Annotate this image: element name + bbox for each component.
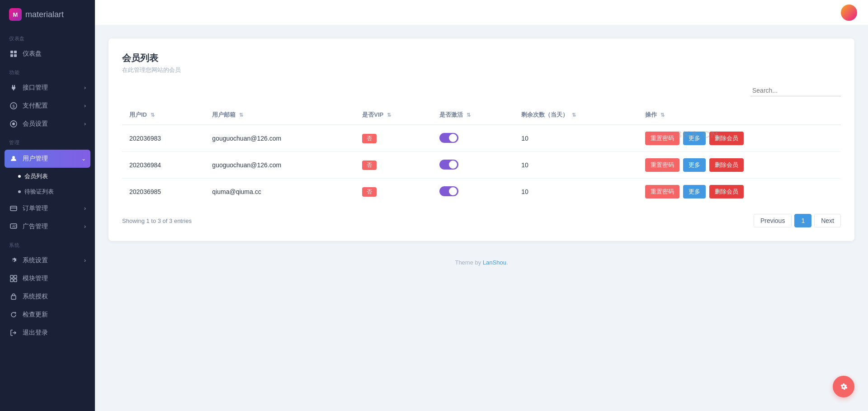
chevron-right-icon: › (84, 103, 86, 109)
active-toggle[interactable] (439, 133, 458, 143)
showing-text: Showing 1 to 3 of 3 entries (122, 217, 192, 224)
svg-rect-0 (10, 51, 13, 53)
col-email[interactable]: 用户邮箱 ⇅ (205, 105, 355, 125)
table-row: 202036985 qiuma@qiuma.cc 否 10 重置密码 更多 删除… (122, 179, 841, 205)
chevron-right-icon: › (84, 223, 86, 230)
topbar (95, 0, 868, 25)
ad-icon: AD (9, 222, 18, 231)
sidebar-label-check-update: 检查更新 (23, 311, 48, 319)
sidebar-label-payment: 支付配置 (23, 102, 48, 110)
delete-member-button[interactable]: 删除会员 (709, 132, 744, 145)
sidebar-item-dashboard[interactable]: 仪表盘 (0, 45, 95, 63)
person-icon (9, 154, 18, 163)
table-row: 202036984 guoguochuan@126.com 否 10 重置密码 … (122, 152, 841, 179)
sidebar-item-user-management[interactable]: 用户管理 ⌄ (5, 150, 90, 168)
sidebar-item-member-settings[interactable]: 会员设置 › (0, 115, 95, 133)
search-wrapper (750, 85, 841, 96)
sidebar-item-logout[interactable]: 退出登录 (0, 324, 95, 342)
chevron-right-icon: › (84, 121, 86, 127)
sidebar: M materialart 仪表盘 仪表盘 功能 接口管理 › $ 支付配置 ›… (0, 0, 95, 411)
section-label-manage: 管理 (0, 133, 95, 149)
prev-button[interactable]: Previous (754, 214, 792, 227)
reset-password-button[interactable]: 重置密码 (645, 185, 679, 198)
grid-icon (9, 49, 18, 58)
pagination-area: Showing 1 to 3 of 3 entries Previous 1 N… (122, 214, 841, 227)
table-row: 202036983 gouguochuan@126.com 否 10 重置密码 … (122, 125, 841, 152)
more-button[interactable]: 更多 (683, 132, 706, 145)
cell-active (432, 125, 514, 152)
sidebar-item-system-auth[interactable]: 系统授权 (0, 288, 95, 306)
svg-rect-2 (10, 54, 13, 57)
cell-remaining: 10 (514, 125, 638, 152)
content-area: 3KA.CN 会员列表 在此管理您网站的会员 用户ID ⇅ (95, 25, 868, 411)
sub-label-pending-list: 待验证列表 (24, 188, 54, 196)
logout-icon (9, 328, 18, 337)
settings-icon (9, 256, 18, 265)
col-action[interactable]: 操作 ⇅ (638, 105, 841, 125)
sort-icon: ⇅ (239, 112, 243, 118)
active-toggle[interactable] (439, 186, 458, 196)
next-button[interactable]: Next (814, 214, 841, 227)
search-bar (122, 85, 841, 96)
cell-actions: 重置密码 更多 删除会员 (638, 125, 841, 152)
footer: Theme by LanShou. (108, 250, 854, 275)
cell-actions: 重置密码 更多 删除会员 (638, 152, 841, 179)
sidebar-item-order-management[interactable]: 订单管理 › (0, 199, 95, 217)
sidebar-label-dashboard: 仪表盘 (23, 50, 42, 58)
col-active[interactable]: 是否激活 ⇅ (432, 105, 514, 125)
module-icon (9, 274, 18, 283)
sidebar-item-check-update[interactable]: 检查更新 (0, 306, 95, 324)
chevron-right-icon: › (84, 257, 86, 264)
svg-text:AD: AD (12, 225, 17, 228)
search-input[interactable] (750, 85, 841, 96)
svg-rect-1 (14, 51, 17, 53)
more-button[interactable]: 更多 (683, 185, 706, 198)
section-label-system: 系统 (0, 236, 95, 251)
settings-circle-icon (9, 119, 18, 128)
sidebar-item-system-settings[interactable]: 系统设置 › (0, 251, 95, 269)
dot-icon (18, 190, 21, 193)
col-vip[interactable]: 是否VIP ⇅ (355, 105, 432, 125)
svg-rect-9 (10, 206, 17, 211)
logo-icon: M (9, 8, 22, 21)
sub-label-member-list: 会员列表 (24, 172, 48, 180)
col-remaining[interactable]: 剩余次数（当天） ⇅ (514, 105, 638, 125)
plug-icon (9, 83, 18, 92)
page-1-button[interactable]: 1 (794, 214, 811, 227)
sidebar-label-user-management: 用户管理 (23, 155, 48, 163)
dot-icon (18, 175, 21, 178)
fab-settings[interactable] (833, 376, 854, 397)
reset-password-button[interactable]: 重置密码 (645, 132, 679, 145)
avatar[interactable] (841, 5, 857, 21)
sidebar-item-ad-management[interactable]: AD 广告管理 › (0, 217, 95, 236)
active-toggle[interactable] (439, 160, 458, 170)
cell-email: qiuma@qiuma.cc (205, 179, 355, 205)
svg-rect-16 (14, 279, 17, 282)
sidebar-item-module-management[interactable]: 模块管理 (0, 269, 95, 288)
sidebar-item-interface[interactable]: 接口管理 › (0, 79, 95, 97)
reset-password-button[interactable]: 重置密码 (645, 158, 679, 172)
more-button[interactable]: 更多 (683, 158, 706, 172)
sidebar-label-system-auth: 系统授权 (23, 293, 48, 301)
logo-text: materialart (25, 10, 64, 19)
cell-user-id: 202036984 (122, 152, 205, 179)
svg-text:$: $ (12, 104, 14, 109)
cell-vip: 否 (355, 125, 432, 152)
vip-badge: 否 (362, 187, 377, 197)
cell-actions: 重置密码 更多 删除会员 (638, 179, 841, 205)
sidebar-item-payment[interactable]: $ 支付配置 › (0, 97, 95, 115)
card-icon (9, 204, 18, 213)
delete-member-button[interactable]: 删除会员 (709, 158, 744, 172)
sidebar-label-ad-management: 广告管理 (23, 222, 48, 231)
sidebar-sub-item-pending-list[interactable]: 待验证列表 (0, 184, 95, 199)
table-body: 202036983 gouguochuan@126.com 否 10 重置密码 … (122, 125, 841, 205)
sidebar-sub-item-member-list[interactable]: 会员列表 (0, 169, 95, 184)
col-user-id[interactable]: 用户ID ⇅ (122, 105, 205, 125)
chevron-right-icon: › (84, 205, 86, 212)
footer-link[interactable]: LanShou (483, 259, 506, 266)
delete-member-button[interactable]: 删除会员 (709, 185, 744, 198)
chevron-down-icon: ⌄ (81, 156, 86, 162)
sort-icon: ⇅ (467, 112, 471, 118)
auth-icon (9, 292, 18, 301)
logo[interactable]: M materialart (0, 0, 95, 29)
